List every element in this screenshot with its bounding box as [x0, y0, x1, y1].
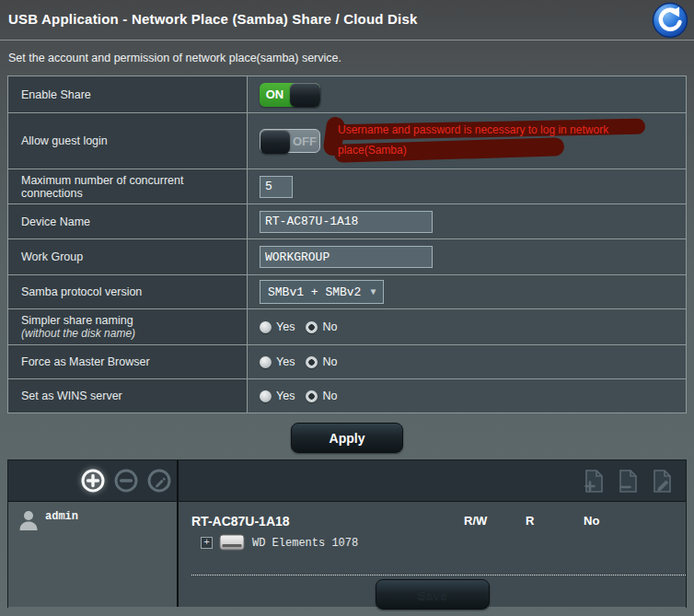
row-label: Device Name — [8, 204, 248, 238]
permission-header-rw: R/W — [464, 514, 487, 528]
row-label: Set as WINS server — [8, 379, 248, 413]
page-description: Set the account and permission of networ… — [0, 41, 694, 76]
permission-header-r: R — [526, 514, 534, 528]
divider — [191, 575, 686, 575]
page-header: USB Application - Network Place (Samba) … — [0, 0, 694, 41]
row-simpler-naming: Simpler share naming (without the disk n… — [8, 308, 686, 344]
row-sublabel: (without the disk name) — [21, 327, 237, 340]
accounts-toolbar — [8, 460, 686, 502]
add-account-icon[interactable] — [80, 468, 106, 494]
row-label: Samba protocol version — [8, 275, 248, 308]
apply-section: Apply — [0, 413, 694, 459]
remove-share-icon[interactable] — [616, 469, 639, 494]
remove-account-icon[interactable] — [113, 468, 139, 494]
radio-option-no[interactable]: No — [306, 320, 337, 333]
save-button[interactable]: Save — [376, 579, 490, 610]
row-enable-share: Enable Share ON — [8, 76, 686, 112]
radio-yes-icon[interactable] — [260, 390, 272, 402]
radio-no-icon[interactable] — [306, 321, 318, 333]
device-title: RT-AC87U-1A18 — [191, 514, 290, 529]
radio-option-yes[interactable]: Yes — [260, 320, 295, 333]
accounts-list: admin — [8, 502, 179, 607]
radio-option-yes[interactable]: Yes — [260, 389, 295, 402]
radio-option-no[interactable]: No — [306, 355, 337, 368]
row-master-browser: Force as Master Browser Yes No — [8, 344, 686, 378]
radio-option-yes[interactable]: Yes — [260, 355, 295, 368]
back-button[interactable] — [652, 2, 688, 39]
row-guest-login: Allow guest login OFF Username and passw… — [8, 112, 686, 169]
edit-share-icon[interactable] — [650, 469, 673, 494]
user-row-admin[interactable]: admin — [8, 502, 177, 532]
radio-yes-icon[interactable] — [260, 356, 272, 368]
tree-item-drive[interactable]: + WD Elements 1078 — [201, 534, 358, 552]
page-title: USB Application - Network Place (Samba) … — [8, 11, 694, 27]
device-name-input[interactable] — [260, 211, 433, 233]
row-max-connections: Maximum number of concurrent connections — [8, 169, 686, 203]
radio-no-icon[interactable] — [306, 390, 318, 402]
row-label: Work Group — [8, 239, 248, 274]
row-label: Enable Share — [8, 76, 248, 112]
row-work-group: Work Group — [8, 238, 686, 274]
row-device-name: Device Name — [8, 203, 686, 238]
row-label: Allow guest login — [8, 113, 248, 169]
drive-icon — [219, 534, 245, 552]
guest-login-toggle[interactable]: OFF — [260, 129, 320, 153]
tree-item-label: WD Elements 1078 — [252, 537, 358, 550]
radio-yes-icon[interactable] — [260, 321, 272, 333]
account-permissions-panel: admin RT-AC87U-1A18 R/W R No + — [7, 459, 687, 608]
add-share-icon[interactable] — [582, 469, 605, 494]
samba-protocol-select[interactable]: SMBv1 + SMBv2 ▼ — [260, 280, 384, 304]
annotation-text: Username and password is necessary to lo… — [338, 123, 608, 136]
row-label: Maximum number of concurrent connections — [8, 169, 248, 203]
toggle-knob — [290, 83, 320, 107]
apply-button[interactable]: Apply — [291, 423, 403, 453]
radio-option-no[interactable]: No — [306, 389, 337, 402]
accounts-body: admin RT-AC87U-1A18 R/W R No + — [8, 502, 686, 607]
toggle-knob — [260, 130, 290, 154]
permission-header-no: No — [584, 514, 599, 528]
permissions-area: RT-AC87U-1A18 R/W R No + WD Elements 107… — [179, 502, 686, 607]
row-samba-protocol: Samba protocol version SMBv1 + SMBv2 ▼ — [8, 274, 686, 308]
user-icon — [17, 508, 40, 532]
user-name: admin — [45, 508, 78, 523]
settings-table: Enable Share ON Allow guest login OFF Us… — [7, 76, 687, 413]
row-label: Force as Master Browser — [8, 345, 248, 378]
max-connections-input[interactable] — [260, 176, 293, 198]
toggle-off-label: OFF — [290, 130, 319, 152]
enable-share-toggle[interactable]: ON — [260, 83, 320, 107]
annotation-text: place(Samba) — [338, 144, 407, 157]
expand-icon[interactable]: + — [201, 537, 213, 549]
toggle-on-label: ON — [260, 83, 290, 107]
row-label: Simpler share naming — [21, 314, 237, 327]
work-group-input[interactable] — [260, 246, 433, 268]
edit-account-icon[interactable] — [146, 468, 172, 494]
chevron-down-icon: ▼ — [370, 287, 376, 297]
radio-no-icon[interactable] — [306, 356, 318, 368]
row-wins-server: Set as WINS server Yes No — [8, 378, 686, 413]
selected-option: SMBv1 + SMBv2 — [268, 285, 361, 299]
back-arrow-icon — [652, 2, 688, 39]
